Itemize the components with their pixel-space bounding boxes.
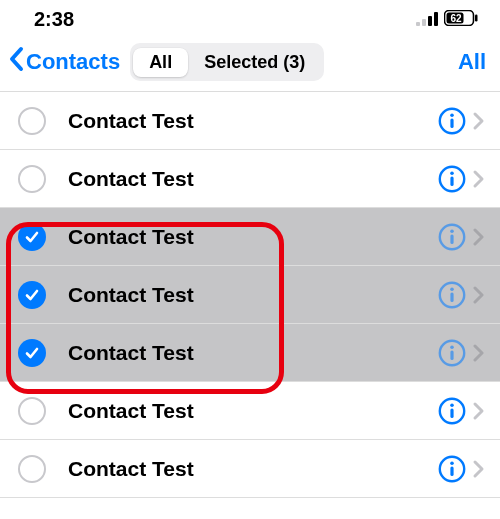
info-icon [438, 281, 466, 309]
contact-row[interactable]: Contact Test [0, 92, 500, 150]
svg-rect-27 [450, 466, 453, 476]
status-time: 2:38 [34, 8, 74, 31]
info-button[interactable] [438, 107, 486, 135]
chevron-right-icon [472, 343, 486, 363]
contact-row[interactable]: Contact Test [0, 266, 500, 324]
info-button[interactable] [438, 455, 486, 483]
contact-row[interactable]: Contact Test [0, 440, 500, 498]
info-icon [438, 339, 466, 367]
contact-name: Contact Test [68, 283, 438, 307]
contact-name: Contact Test [68, 457, 438, 481]
svg-rect-21 [450, 350, 453, 360]
info-icon [438, 107, 466, 135]
svg-rect-9 [450, 118, 453, 128]
contact-row[interactable]: Contact Test [0, 150, 500, 208]
chevron-right-icon [472, 169, 486, 189]
contact-name: Contact Test [68, 167, 438, 191]
checkbox-unchecked-icon[interactable] [18, 397, 46, 425]
back-button[interactable]: Contacts [8, 46, 120, 78]
info-button[interactable] [438, 397, 486, 425]
contact-name: Contact Test [68, 109, 438, 133]
status-bar: 2:38 62 [0, 0, 500, 37]
contact-name: Contact Test [68, 225, 438, 249]
contact-row[interactable]: Contact Test [0, 324, 500, 382]
contacts-list: Contact Test Contact Test Contact Test C… [0, 92, 500, 498]
checkbox-unchecked-icon[interactable] [18, 165, 46, 193]
svg-point-26 [450, 461, 454, 465]
svg-rect-12 [450, 176, 453, 186]
nav-bar: Contacts All Selected (3) All [0, 37, 500, 92]
info-icon [438, 165, 466, 193]
svg-point-11 [450, 171, 454, 175]
status-right: 62 [416, 8, 478, 31]
chevron-right-icon [472, 285, 486, 305]
svg-point-14 [450, 229, 454, 233]
svg-rect-6 [475, 15, 478, 22]
svg-rect-24 [450, 408, 453, 418]
info-button[interactable] [438, 281, 486, 309]
chevron-right-icon [472, 111, 486, 131]
svg-rect-0 [416, 22, 420, 26]
chevron-right-icon [472, 401, 486, 421]
info-button[interactable] [438, 223, 486, 251]
segment-selected[interactable]: Selected (3) [188, 48, 321, 77]
checkbox-checked-icon[interactable] [18, 339, 46, 367]
info-button[interactable] [438, 339, 486, 367]
svg-point-23 [450, 403, 454, 407]
info-button[interactable] [438, 165, 486, 193]
info-icon [438, 223, 466, 251]
chevron-left-icon [8, 46, 26, 78]
back-label: Contacts [26, 49, 120, 75]
checkbox-unchecked-icon[interactable] [18, 107, 46, 135]
chevron-right-icon [472, 459, 486, 479]
segment-all[interactable]: All [133, 48, 188, 77]
info-icon [438, 455, 466, 483]
svg-rect-18 [450, 292, 453, 302]
svg-rect-2 [428, 16, 432, 26]
contact-name: Contact Test [68, 341, 438, 365]
contact-row[interactable]: Contact Test [0, 382, 500, 440]
segmented-control: All Selected (3) [130, 43, 324, 81]
svg-rect-15 [450, 234, 453, 244]
checkbox-checked-icon[interactable] [18, 281, 46, 309]
battery-icon: 62 [444, 8, 478, 31]
contact-name: Contact Test [68, 399, 438, 423]
svg-rect-1 [422, 19, 426, 26]
checkbox-unchecked-icon[interactable] [18, 455, 46, 483]
svg-point-20 [450, 345, 454, 349]
checkbox-checked-icon[interactable] [18, 223, 46, 251]
svg-point-8 [450, 113, 454, 117]
contact-row[interactable]: Contact Test [0, 208, 500, 266]
cellular-icon [416, 8, 438, 31]
chevron-right-icon [472, 227, 486, 247]
svg-rect-3 [434, 12, 438, 26]
info-icon [438, 397, 466, 425]
select-all-button[interactable]: All [458, 49, 486, 75]
battery-pct-label: 62 [450, 13, 462, 24]
svg-point-17 [450, 287, 454, 291]
